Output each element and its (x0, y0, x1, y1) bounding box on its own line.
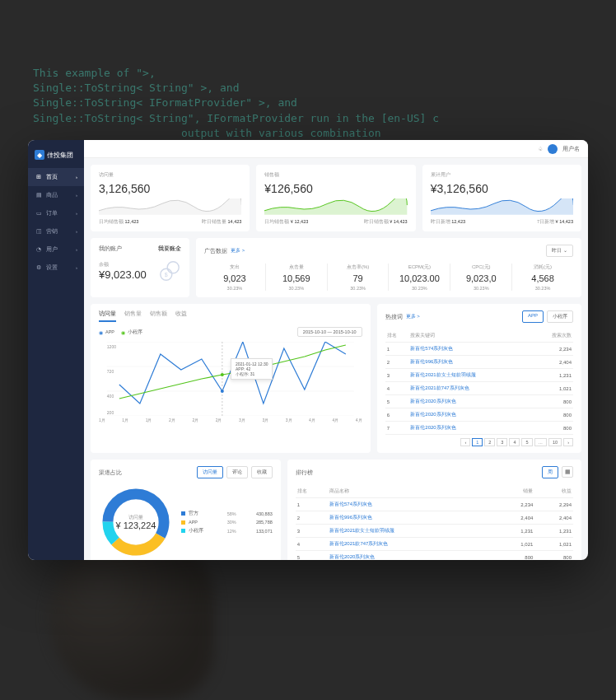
hot-keyword-link[interactable]: 新百伦2020系列灰色 (408, 395, 531, 408)
page-next[interactable]: › (563, 438, 573, 446)
rank-product-link[interactable]: 新百伦996系列灰色 (328, 511, 497, 525)
nav-icon: ▤ (35, 192, 43, 198)
nav-item-2[interactable]: ▭订单› (28, 204, 84, 222)
nav-item-5[interactable]: ⚙设置› (28, 259, 84, 277)
nav-label: 商品 (46, 191, 58, 199)
hot-keyword-link[interactable]: 新百伦2021款女士短款羽绒服 (408, 369, 531, 382)
nav-item-3[interactable]: ◫营销› (28, 222, 84, 240)
trend-tab-2[interactable]: 销售额 (150, 310, 167, 322)
hot-search-card: 热搜词 更多 > APP 小程序 排名搜索关键词搜索次数 1新百伦574系列灰色… (377, 304, 581, 453)
rank-product-link[interactable]: 新百伦2020系列灰色 (328, 551, 497, 561)
nav-label: 设置 (46, 264, 58, 272)
bg-terminal-text: This example of ">, Single::ToString< St… (33, 66, 439, 141)
page-prev[interactable]: ‹ (460, 438, 470, 446)
donut-legend-item-0: 官方58%430,883 (181, 511, 273, 516)
username[interactable]: 用户名 (562, 145, 580, 153)
stat-footer-l: 日均销售额 ¥ 12,423 (264, 219, 308, 225)
hot-keyword-link[interactable]: 新百伦996系列灰色 (408, 356, 531, 369)
metric-5: 消耗(元)4,56830.23% (512, 264, 573, 291)
rank-product-link[interactable]: 新百伦2021款747系列灰色 (328, 538, 497, 551)
stat-label: 累计用户 (431, 171, 573, 179)
rank-title: 排行榜 (296, 469, 313, 477)
notification-icon[interactable]: ♤ (538, 146, 543, 152)
channel-pill-1[interactable]: 评论 (226, 466, 248, 478)
hot-pill-app[interactable]: APP (522, 310, 544, 323)
stat-footer-l: 昨日新增 12,423 (431, 219, 465, 225)
chevron-right-icon: › (76, 265, 77, 270)
chevron-right-icon: › (76, 247, 77, 252)
hot-keyword-link[interactable]: 新百伦2021款747系列灰色 (408, 382, 531, 395)
hot-keyword-link[interactable]: 新百伦2020系列灰色 (408, 408, 531, 422)
trend-tab-0[interactable]: 访问量 (99, 310, 116, 322)
main-area: ♤ 用户名 访问量 3,126,560 日均销售额 12,423昨日销售量 14… (84, 140, 588, 560)
trend-tab-3[interactable]: 收益 (175, 310, 187, 322)
nav-item-4[interactable]: ◔用户› (28, 240, 84, 259)
page-…[interactable]: … (534, 438, 548, 446)
trend-tab-1[interactable]: 销售量 (124, 310, 142, 322)
ranking-card: 排行榜 周 ▦ 排名商品名称销量收益 1新百伦574系列灰色2,2342,294… (287, 460, 581, 560)
rank-product-link[interactable]: 新百伦2021款女士短款羽绒服 (328, 525, 497, 538)
stat-footer-r: 昨日销售额 ¥ 14,423 (364, 219, 408, 225)
page-10[interactable]: 10 (548, 438, 562, 446)
page-1[interactable]: 1 (472, 438, 483, 446)
calendar-icon[interactable]: ▦ (562, 466, 573, 478)
rank-row: 1新百伦574系列灰色2,2342,294 (296, 498, 573, 511)
nav-item-1[interactable]: ▤商品› (28, 186, 84, 204)
hot-pill-mini[interactable]: 小程序 (547, 310, 573, 323)
rank-pill-week[interactable]: 周 (542, 466, 558, 478)
svg-point-12 (221, 390, 224, 393)
logo-icon: ◆ (35, 150, 44, 160)
legend-mini[interactable]: ◉小程序 (121, 329, 142, 335)
hot-row: 6新百伦2020系列灰色800 (385, 408, 573, 422)
page-5[interactable]: 5 (521, 438, 532, 446)
nav-item-0[interactable]: ⊞首页› (28, 168, 84, 186)
ad-period-dropdown[interactable]: 昨日 ⌄ (546, 245, 573, 257)
avatar[interactable] (548, 144, 558, 154)
nav-icon: ⚙ (35, 264, 43, 271)
hot-row: 2新百伦996系列灰色2,404 (385, 356, 573, 369)
wallet-label: 余额 (99, 261, 147, 268)
stat-card-1: 销售额 ¥126,560 日均销售额 ¥ 12,423昨日销售额 ¥ 14,42… (256, 165, 415, 231)
svg-text:720: 720 (107, 369, 114, 374)
page-3[interactable]: 3 (497, 438, 507, 446)
hot-keyword-link[interactable]: 新百伦2020系列灰色 (408, 422, 531, 435)
hot-row: 1新百伦574系列灰色2,234 (385, 343, 573, 356)
sidebar: ◆ 佳投集团 ⊞首页›▤商品›▭订单›◫营销›◔用户›⚙设置› (28, 140, 84, 560)
legend-color (181, 511, 185, 516)
rank-row: 5新百伦2020系列灰色800800 (296, 551, 573, 561)
chevron-right-icon: › (76, 193, 77, 198)
channel-pill-2[interactable]: 收藏 (251, 466, 273, 478)
recharge-button[interactable]: 我要账金 (158, 245, 181, 253)
channel-pill-0[interactable]: 访问量 (197, 466, 223, 478)
app-window: ◆ 佳投集团 ⊞首页›▤商品›▭订单›◫营销›◔用户›⚙设置› ♤ 用户名 访问… (28, 140, 588, 560)
nav-icon: ◫ (35, 228, 43, 235)
stat-card-2: 累计用户 ¥3,126,560 昨日新增 12,4237日新增 ¥ 14,423 (422, 165, 581, 231)
sparkline (99, 198, 241, 215)
rank-row: 3新百伦2021款女士短款羽绒服1,2311,231 (296, 525, 573, 538)
hot-row: 5新百伦2020系列灰色800 (385, 395, 573, 408)
content: 访问量 3,126,560 日均销售额 12,423昨日销售量 14,423销售… (84, 158, 588, 560)
page-4[interactable]: 4 (509, 438, 520, 446)
page-2[interactable]: 2 (484, 438, 495, 446)
ranking-table: 排名商品名称销量收益 1新百伦574系列灰色2,2342,2942新百伦996系… (296, 485, 573, 560)
svg-text:$: $ (165, 272, 168, 278)
date-range-picker[interactable]: 2015-10-10 — 2015-10-10 (297, 327, 362, 337)
brand-logo[interactable]: ◆ 佳投集团 (28, 147, 84, 168)
wallet-value: ¥9,023.00 (99, 268, 147, 281)
rank-product-link[interactable]: 新百伦574系列灰色 (328, 498, 497, 511)
trend-chart-card: 访问量销售量销售额收益 ◉APP ◉小程序 2015-10-10 — 2015-… (91, 304, 371, 453)
hot-keyword-link[interactable]: 新百伦574系列灰色 (408, 343, 531, 356)
svg-point-1 (167, 262, 179, 273)
nav-icon: ▭ (35, 210, 43, 217)
legend-app[interactable]: ◉APP (99, 329, 114, 335)
svg-point-13 (221, 373, 224, 376)
stat-card-0: 访问量 3,126,560 日均销售额 12,423昨日销售量 14,423 (91, 165, 250, 231)
coins-icon: $ (158, 259, 181, 282)
bg-hand (49, 535, 214, 700)
ad-more-link[interactable]: 更多 > (231, 247, 245, 254)
hot-more-link[interactable]: 更多 > (406, 313, 420, 320)
nav-icon: ◔ (35, 246, 43, 253)
rank-row: 4新百伦2021款747系列灰色1,0211,021 (296, 538, 573, 551)
sparkline (264, 198, 407, 215)
stat-footer-l: 日均销售额 12,423 (99, 219, 138, 225)
